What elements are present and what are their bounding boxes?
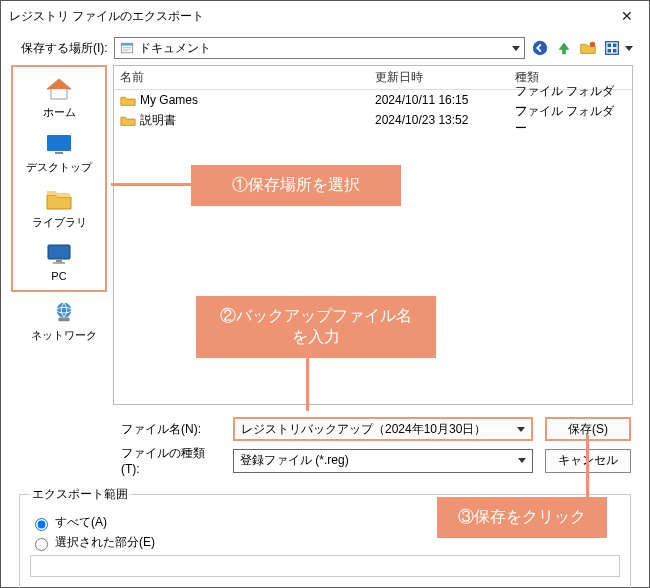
svg-rect-13 <box>55 152 63 154</box>
place-network-label: ネットワーク <box>31 328 97 343</box>
save-in-text: ドキュメント <box>139 40 512 57</box>
chevron-down-icon <box>517 427 525 432</box>
filetype-label: ファイルの種類(T): <box>121 445 221 476</box>
file-date: 2024/10/23 13:52 <box>375 113 515 127</box>
place-network[interactable]: ネットワーク <box>11 292 107 343</box>
place-desktop-label: デスクトップ <box>26 160 92 175</box>
file-list[interactable]: 名前 更新日時 種類 My Games 2024/10/11 16:15 ファイ… <box>113 65 633 405</box>
save-button[interactable]: 保存(S) <box>545 417 631 441</box>
place-libraries-label: ライブラリ <box>32 215 87 230</box>
export-range-group: エクスポート範囲 すべて(A) 選択された部分(E) <box>17 486 633 588</box>
filename-label: ファイル名(N): <box>121 421 221 438</box>
libraries-icon <box>43 185 75 213</box>
file-type: ファイル フォルダー <box>515 103 626 137</box>
range-selected-radio[interactable]: 選択された部分(E) <box>30 534 620 551</box>
svg-rect-10 <box>608 49 612 53</box>
views-dropdown-icon[interactable] <box>625 46 633 51</box>
place-libraries[interactable]: ライブラリ <box>13 181 105 234</box>
selected-branch-input[interactable] <box>30 555 620 577</box>
folder-icon <box>120 93 136 107</box>
export-range-legend: エクスポート範囲 <box>30 486 130 503</box>
up-icon[interactable] <box>555 39 573 57</box>
svg-point-6 <box>590 42 595 47</box>
pc-icon <box>43 240 75 268</box>
svg-rect-15 <box>56 260 62 262</box>
places-bar: ホーム デスクトップ ライブラリ <box>11 65 107 292</box>
save-in-label: 保存する場所(I): <box>21 40 108 57</box>
toolbar: 保存する場所(I): ドキュメント <box>1 31 649 65</box>
radio-input[interactable] <box>35 538 48 551</box>
svg-rect-1 <box>121 43 132 45</box>
svg-rect-3 <box>123 49 131 50</box>
file-row[interactable]: 説明書 2024/10/23 13:52 ファイル フォルダー <box>114 110 632 130</box>
folder-icon <box>120 113 136 127</box>
filename-input[interactable]: レジストリバックアップ（2024年10月30日） <box>233 417 533 441</box>
place-desktop[interactable]: デスクトップ <box>13 126 105 179</box>
place-home[interactable]: ホーム <box>13 71 105 124</box>
close-icon[interactable]: ✕ <box>613 4 641 28</box>
svg-rect-12 <box>47 135 71 151</box>
svg-rect-9 <box>613 44 617 48</box>
range-all-radio[interactable]: すべて(A) <box>30 514 620 531</box>
network-icon <box>48 298 80 326</box>
place-pc-label: PC <box>51 270 66 282</box>
desktop-icon <box>43 130 75 158</box>
views-icon[interactable] <box>603 39 621 57</box>
place-home-label: ホーム <box>43 105 76 120</box>
new-folder-icon[interactable] <box>579 39 597 57</box>
svg-rect-16 <box>53 262 65 264</box>
dialog-title: レジストリ ファイルのエクスポート <box>9 8 613 25</box>
file-date: 2024/10/11 16:15 <box>375 93 515 107</box>
save-in-combo[interactable]: ドキュメント <box>114 37 525 59</box>
filename-value: レジストリバックアップ（2024年10月30日） <box>241 421 517 438</box>
file-name: 説明書 <box>140 112 176 129</box>
filetype-combo[interactable]: 登録ファイル (*.reg) <box>233 449 533 473</box>
file-name: My Games <box>140 93 198 107</box>
svg-rect-2 <box>123 47 131 48</box>
titlebar: レジストリ ファイルのエクスポート ✕ <box>1 1 649 31</box>
col-name[interactable]: 名前 <box>120 69 375 86</box>
svg-point-17 <box>57 303 72 318</box>
chevron-down-icon <box>512 46 520 51</box>
back-icon[interactable] <box>531 39 549 57</box>
svg-rect-19 <box>58 318 69 322</box>
svg-rect-8 <box>608 44 612 48</box>
bottom-fields: ファイル名(N): レジストリバックアップ（2024年10月30日） 保存(S)… <box>1 405 649 476</box>
svg-point-5 <box>533 41 547 55</box>
home-icon <box>43 75 75 103</box>
svg-rect-11 <box>613 49 617 53</box>
svg-rect-4 <box>123 50 129 51</box>
export-registry-dialog: レジストリ ファイルのエクスポート ✕ 保存する場所(I): ドキュメント <box>0 0 650 588</box>
cancel-button[interactable]: キャンセル <box>545 449 631 473</box>
col-date[interactable]: 更新日時 <box>375 69 515 86</box>
chevron-down-icon <box>518 458 526 463</box>
folder-doc-icon <box>119 41 135 55</box>
filetype-value: 登録ファイル (*.reg) <box>240 452 518 469</box>
svg-rect-14 <box>48 245 70 259</box>
radio-input[interactable] <box>35 518 48 531</box>
place-pc[interactable]: PC <box>13 236 105 286</box>
